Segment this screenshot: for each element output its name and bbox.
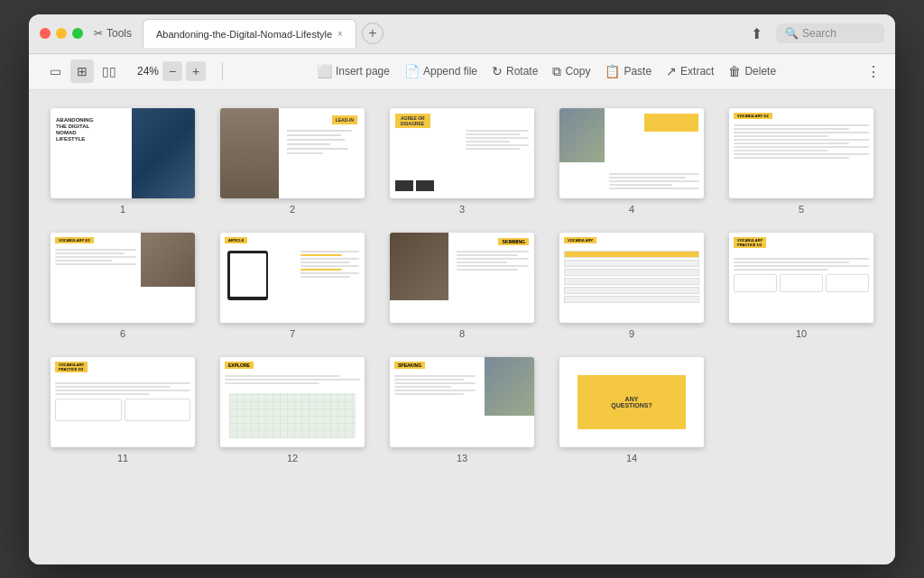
paste-icon: 📋	[605, 64, 620, 78]
page5-header: VOCABULARY 1/2	[734, 113, 772, 119]
two-page-view-button[interactable]: ▯▯	[97, 60, 121, 83]
append-file-button[interactable]: 📄 Append file	[404, 64, 477, 78]
zoom-control: 24% − +	[137, 61, 206, 81]
tab-document[interactable]: Abandoning-the-Digital-Nomad-Lifestyle ×	[143, 19, 356, 48]
zoom-level: 24%	[137, 65, 159, 78]
page-number-9: 9	[629, 328, 634, 339]
page-item-8: SKIMMING 8	[386, 233, 538, 339]
minimize-button[interactable]	[56, 28, 67, 39]
share-button[interactable]: ⬆	[744, 21, 769, 46]
page-thumb-4[interactable]	[559, 108, 704, 198]
toolbar-separator	[222, 62, 223, 80]
page-item-3: AGREE ORDISAGREE 3	[386, 108, 538, 215]
copy-label: Copy	[565, 65, 590, 78]
page-number-13: 13	[457, 453, 467, 463]
page1-title: ABANDONINGTHE DIGITALNOMADLIFESTYLE	[56, 117, 124, 143]
page11-lines	[55, 382, 190, 421]
extract-icon: ↗	[666, 64, 677, 78]
page2-lines	[287, 130, 359, 157]
page-thumb-11[interactable]: VOCABULARYPRACTICE 2/3	[51, 357, 195, 447]
paste-button[interactable]: 📋 Paste	[605, 64, 651, 78]
page13-image	[485, 357, 534, 416]
page-thumb-12[interactable]: EXPLORE	[220, 357, 365, 447]
page-thumb-5[interactable]: VOCABULARY 1/2	[729, 108, 873, 198]
pages-grid: ABANDONINGTHE DIGITALNOMADLIFESTYLE 1 LE…	[47, 108, 877, 463]
zoom-out-button[interactable]: −	[162, 61, 182, 81]
page-thumb-13[interactable]: SPEAKING	[390, 357, 534, 447]
scissors-icon: ✂	[94, 27, 103, 40]
page-thumb-3[interactable]: AGREE ORDISAGREE	[390, 108, 534, 198]
page-number-10: 10	[796, 328, 807, 339]
page6-header: VOCABULARY 2/2	[55, 237, 94, 243]
page9-table	[564, 251, 699, 303]
page-number-14: 14	[626, 453, 637, 463]
page-number-12: 12	[287, 453, 298, 463]
more-options-button[interactable]: ⋮	[866, 63, 881, 80]
page-thumb-14[interactable]: ANYQUESTIONS?	[559, 357, 704, 447]
page10-lines	[734, 258, 869, 292]
rotate-label: Rotate	[506, 65, 538, 78]
page-thumb-2[interactable]: LEAD-IN	[220, 108, 365, 198]
page-thumb-10[interactable]: VOCABULARYPRACTICE 1/3	[729, 233, 873, 323]
insert-page-button[interactable]: ⬜ Insert page	[317, 64, 390, 78]
page-number-8: 8	[459, 328, 465, 339]
close-button[interactable]	[40, 28, 51, 39]
extract-button[interactable]: ↗ Extract	[666, 64, 714, 78]
fullscreen-button[interactable]	[72, 28, 83, 39]
page-thumb-6[interactable]: VOCABULARY 2/2	[51, 233, 195, 323]
new-tab-button[interactable]: +	[362, 23, 383, 44]
page11-header: VOCABULARYPRACTICE 2/3	[55, 362, 88, 372]
search-box[interactable]: 🔍 Search	[776, 23, 884, 43]
tab-close-button[interactable]: ×	[337, 29, 343, 39]
page-item-4: 4	[556, 108, 707, 215]
page7-tablet	[227, 251, 268, 300]
copy-button[interactable]: ⧉ Copy	[552, 64, 590, 79]
page-number-11: 11	[117, 453, 128, 463]
page-number-2: 2	[290, 204, 295, 215]
rotate-button[interactable]: ↻ Rotate	[492, 64, 538, 78]
page-number-5: 5	[799, 204, 804, 215]
page8-lines	[457, 251, 529, 272]
page4-image	[559, 108, 605, 162]
page-thumb-1[interactable]: ABANDONINGTHE DIGITALNOMADLIFESTYLE	[51, 108, 195, 198]
page4-lines	[609, 170, 699, 191]
copy-icon: ⧉	[552, 64, 561, 79]
tools-label-text: Tools	[106, 27, 132, 40]
page-thumb-8[interactable]: SKIMMING	[390, 233, 534, 323]
tools-menu[interactable]: ✂ Tools	[94, 27, 132, 40]
page9-header: VOCABULARY	[564, 237, 596, 243]
search-placeholder: Search	[802, 27, 836, 40]
page6-lines	[55, 249, 136, 267]
page-item-5: VOCABULARY 1/2 5	[725, 108, 877, 215]
page-item-1: ABANDONINGTHE DIGITALNOMADLIFESTYLE 1	[47, 108, 199, 215]
page2-badge: LEAD-IN	[332, 115, 357, 124]
paste-label: Paste	[624, 65, 651, 78]
titlebar-right: ⬆ 🔍 Search	[744, 21, 884, 46]
page-item-7: ARTICLE 7	[217, 233, 368, 339]
traffic-lights	[40, 28, 83, 39]
page-item-10: VOCABULARYPRACTICE 1/3 10	[725, 233, 877, 339]
delete-button[interactable]: 🗑 Delete	[728, 64, 776, 78]
page-number-6: 6	[120, 328, 125, 339]
page-item-6: VOCABULARY 2/2 6	[47, 233, 199, 339]
app-window: ✂ Tools Abandoning-the-Digital-Nomad-Lif…	[29, 14, 895, 564]
page3-header: AGREE ORDISAGREE	[395, 114, 430, 128]
single-page-view-button[interactable]: ▭	[43, 60, 67, 83]
view-toolbar: ▭ ⊞ ▯▯ 24% − + ⬜ Insert page 📄 Append fi…	[29, 54, 895, 90]
rotate-icon: ↻	[492, 64, 503, 78]
pages-content: ABANDONINGTHE DIGITALNOMADLIFESTYLE 1 LE…	[29, 90, 895, 564]
page3-blocks	[395, 180, 434, 191]
view-controls: ▭ ⊞ ▯▯	[43, 60, 121, 83]
page-thumb-9[interactable]: VOCABULARY	[559, 233, 704, 323]
page1-text: ABANDONINGTHE DIGITALNOMADLIFESTYLE	[56, 117, 124, 143]
page-item-9: VOCABULARY 9	[556, 233, 707, 339]
search-icon: 🔍	[785, 27, 799, 40]
page-number-7: 7	[290, 328, 295, 339]
page1-image	[132, 108, 195, 198]
tab-title: Abandoning-the-Digital-Nomad-Lifestyle	[156, 29, 332, 40]
page7-tablet-screen	[230, 253, 266, 297]
zoom-in-button[interactable]: +	[186, 61, 206, 81]
grid-view-button[interactable]: ⊞	[70, 60, 94, 83]
page4-box	[644, 114, 698, 132]
page-thumb-7[interactable]: ARTICLE	[220, 233, 365, 323]
